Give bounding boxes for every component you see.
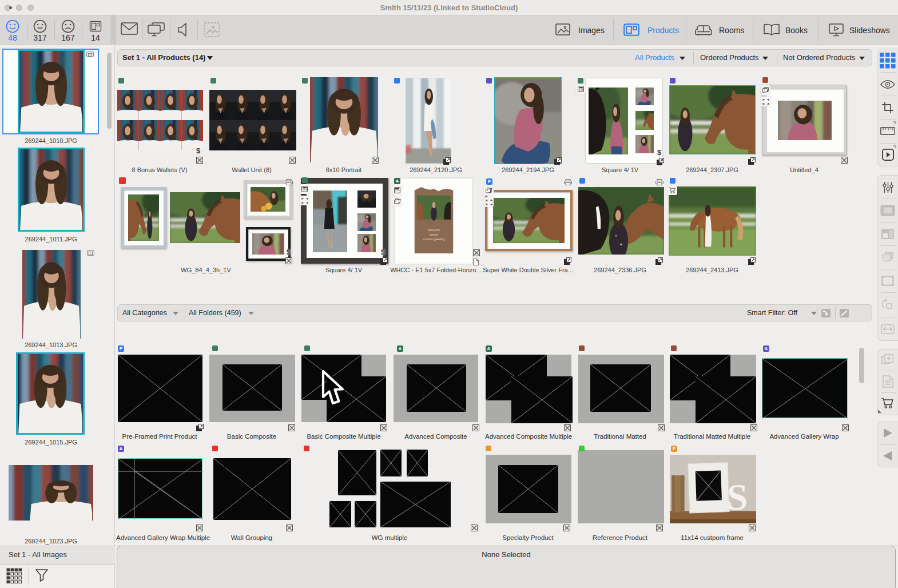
svg-text:S: S — [727, 476, 748, 518]
svg-text:Add your: Add your — [428, 228, 440, 232]
svg-text:custom greeting: custom greeting — [423, 237, 444, 241]
svg-text:text or: text or — [430, 233, 438, 236]
